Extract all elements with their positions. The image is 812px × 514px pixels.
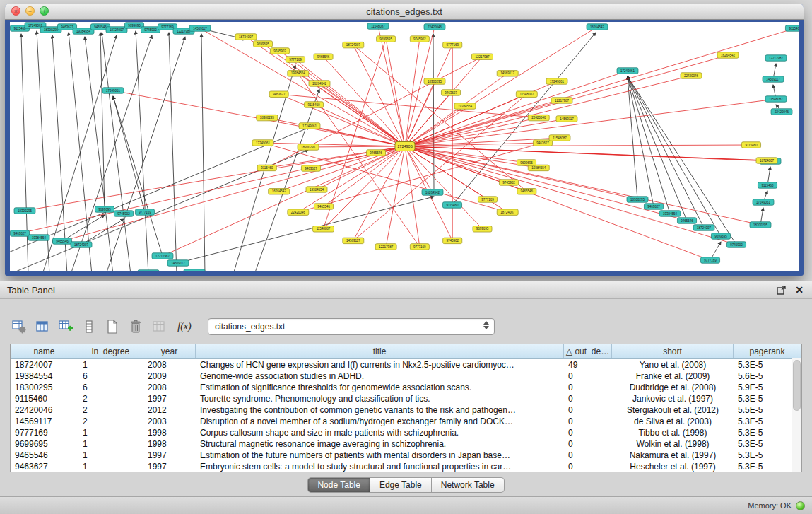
network-window-titlebar[interactable]: × − + citations_edges.txt <box>5 4 804 20</box>
table-cell: 6 <box>78 371 143 381</box>
graph-node-label: 12217987 <box>555 99 570 103</box>
table-cell: Wolkin et al. (1998) <box>612 439 734 449</box>
create-column-button[interactable] <box>57 318 75 335</box>
graph-node-label: 12217987 <box>769 57 784 60</box>
table-cell: 18724007 <box>11 360 78 370</box>
import-table-button[interactable] <box>150 318 168 335</box>
delete-table-button[interactable] <box>126 318 145 335</box>
table-cell: Tibbo et al. (1998) <box>612 428 734 438</box>
tab-network-table[interactable]: Network Table <box>432 477 505 493</box>
column-header-title[interactable]: title <box>196 344 564 358</box>
graph-node-label: 18724007 <box>74 243 89 247</box>
graph-edge-black <box>201 34 205 271</box>
graph-node-label: 9465546 <box>370 151 382 155</box>
close-panel-button[interactable]: ✕ <box>794 284 805 296</box>
graph-node-label: 9465546 <box>521 189 534 193</box>
table-rows-button[interactable] <box>80 318 98 335</box>
graph-node-label: 16264542 <box>721 54 736 57</box>
table-row[interactable]: 1456911722003Disruption of a novel membe… <box>11 416 801 427</box>
table-row[interactable]: 946362711997Embryonic stem cells: a mode… <box>11 461 801 472</box>
table-cell: 1 <box>78 450 143 460</box>
graph-edge-black <box>10 127 310 255</box>
graph-node-label: 12217987 <box>155 255 170 258</box>
table-cell: Yano et al. (2008) <box>612 360 734 370</box>
column-header-pagerank[interactable]: pagerank <box>734 344 801 358</box>
column-header-in-degree[interactable]: in_degree <box>78 344 143 358</box>
table-row[interactable]: 1830029562008Estimation of significance … <box>11 382 801 393</box>
table-cell: 1998 <box>143 439 196 449</box>
column-header-name[interactable]: name <box>11 344 78 358</box>
graph-node-label: 9115460 <box>446 204 459 207</box>
table-cell: 1 <box>78 439 143 449</box>
graph-node-label: 22420046 <box>775 110 789 114</box>
graph-node-label: 14569117 <box>500 71 514 75</box>
table-vertical-scrollbar[interactable] <box>792 358 801 472</box>
graph-edge-black <box>85 37 113 271</box>
table-row[interactable]: 2242004622012Investigating the contribut… <box>11 404 801 416</box>
graph-node-label: 9777169 <box>413 245 426 249</box>
graph-node-label: 9745902 <box>144 28 157 32</box>
table-cell: 49 <box>564 360 612 370</box>
table-cell: 1 <box>78 360 143 370</box>
table-cell: 6 <box>78 382 143 392</box>
table-cell: Stergiakouli et al. (2012) <box>612 405 734 415</box>
table-cell: 2003 <box>143 416 196 426</box>
network-view[interactable]: 9115460172490611830029594636271938455494… <box>10 22 799 271</box>
table-row[interactable]: 969969511998Structural magnetic resonanc… <box>11 438 801 450</box>
graph-edge-black <box>628 76 704 228</box>
fx-icon: f(x) <box>177 321 191 332</box>
column-settings-button[interactable] <box>10 318 28 335</box>
graph-node-label: 18300295 <box>428 80 442 83</box>
table-cell: 0 <box>564 405 612 415</box>
table-panel-header: Table Panel ✕ <box>0 281 812 299</box>
table-cell: 0 <box>564 462 612 472</box>
graph-edge-black <box>628 76 637 199</box>
table-row[interactable]: 911546021997Tourette syndrome. Phenomeno… <box>11 393 801 404</box>
graph-node-label: 9115460 <box>261 166 273 170</box>
graph-edge-red <box>405 28 795 146</box>
close-window-button[interactable]: × <box>11 6 20 16</box>
graph-node-label: 19384554 <box>291 71 306 75</box>
column-header-out-de[interactable]: △ out_de… <box>564 344 612 358</box>
graph-node-label: 9745902 <box>730 243 743 247</box>
graph-edge-black <box>113 96 163 256</box>
graph-edge-red <box>263 143 405 146</box>
network-graph-canvas[interactable]: 9115460172490611830029594636271938455494… <box>10 22 799 271</box>
table-panel: Table Panel ✕ <box>0 281 812 497</box>
table-cell: 2 <box>78 394 143 404</box>
graph-node-label: 19384554 <box>32 236 47 240</box>
graph-node-label: 9699695 <box>257 42 269 46</box>
column-header-short[interactable]: short <box>612 344 734 358</box>
table-row[interactable]: 1938455462009Genome-wide association stu… <box>11 370 801 382</box>
table-cell: 14569117 <box>11 416 78 426</box>
create-table-button[interactable] <box>103 318 122 335</box>
select-columns-button[interactable] <box>33 318 52 335</box>
graph-node-label: 9463627 <box>445 91 457 95</box>
tab-edge-table[interactable]: Edge Table <box>370 477 432 493</box>
tab-node-table[interactable]: Node Table <box>307 477 370 493</box>
table-cell: 1 <box>78 428 143 438</box>
table-row[interactable]: 977716911998Corpus callosum shape and si… <box>11 427 801 438</box>
memory-status-indicator[interactable] <box>796 501 805 510</box>
graph-node-label: 9699695 <box>128 24 141 28</box>
graph-edge-red <box>25 146 405 211</box>
float-panel-button[interactable] <box>775 284 787 296</box>
table-row[interactable]: 946554611997Estimation of the future num… <box>11 450 801 461</box>
column-header-year[interactable]: year <box>143 344 196 358</box>
table-selector-dropdown[interactable]: citations_edges.txt <box>208 318 495 335</box>
table-cell: 0 <box>564 371 612 381</box>
minimize-window-button[interactable]: − <box>25 6 35 16</box>
graph-edge-red <box>353 146 405 240</box>
graph-edge-black <box>628 76 654 206</box>
graph-node-label: 18724007 <box>760 159 775 163</box>
graph-node-label: 18724007 <box>239 35 254 39</box>
graph-node-label: 9777169 <box>289 58 302 62</box>
zoom-window-button[interactable]: + <box>40 6 49 16</box>
graph-node-label: 9699695 <box>476 227 489 230</box>
function-builder-button[interactable]: f(x) <box>173 318 196 335</box>
scrollbar-thumb[interactable] <box>793 360 801 411</box>
table-cell: 2 <box>78 405 143 415</box>
graph-node-label: 22420046 <box>684 74 699 78</box>
table-cell: Embryonic stem cells: a model to study s… <box>196 462 564 472</box>
table-row[interactable]: 1872400712008Changes of HCN gene express… <box>11 359 801 370</box>
